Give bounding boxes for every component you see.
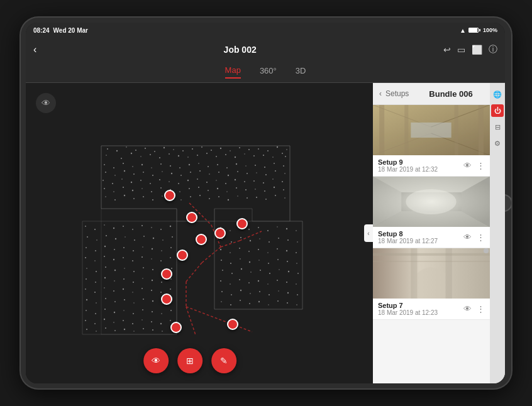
svg-point-265 [278, 238, 279, 239]
svg-point-129 [190, 196, 191, 197]
svg-point-38 [282, 153, 283, 154]
svg-point-319 [277, 300, 279, 302]
setup-7-eye-icon[interactable]: 👁 [463, 304, 472, 314]
tab-360[interactable]: 360° [260, 66, 277, 78]
svg-point-227 [152, 311, 153, 312]
map-overlay-button[interactable]: 👁 [36, 93, 56, 113]
tab-map[interactable]: Map [225, 65, 241, 79]
back-arrow-icon: ‹ [379, 89, 382, 98]
svg-point-175 [132, 260, 133, 261]
setup-8-eye-icon[interactable]: 👁 [463, 233, 472, 242]
svg-point-277 [221, 260, 222, 261]
sidebar-layers-icon[interactable]: ⊟ [491, 121, 504, 133]
svg-point-72 [218, 172, 219, 173]
layers-button[interactable]: ⊞ [177, 348, 202, 373]
svg-point-139 [284, 197, 285, 199]
sidebar-power-icon[interactable]: ⏻ [491, 104, 504, 117]
svg-point-271 [248, 251, 250, 252]
svg-point-303 [296, 283, 297, 285]
location-dot-2[interactable] [186, 212, 197, 223]
location-dot-3[interactable] [196, 234, 207, 245]
svg-point-163 [114, 249, 115, 250]
location-dot-9[interactable] [170, 322, 182, 333]
svg-point-32 [225, 154, 226, 155]
svg-point-12 [220, 148, 221, 149]
svg-point-45 [151, 167, 152, 168]
svg-point-205 [132, 292, 133, 292]
svg-point-143 [113, 228, 114, 229]
setup-9-more-icon[interactable]: ⋮ [477, 161, 485, 170]
share-icon[interactable]: ⬜ [472, 45, 482, 55]
svg-point-108 [179, 191, 180, 192]
svg-point-316 [249, 303, 250, 304]
setup-9-date: 18 Mar 2019 at 12:32 [378, 166, 463, 173]
svg-point-10 [201, 146, 202, 148]
setup-8-date: 18 Mar 2019 at 12:27 [378, 238, 463, 244]
sidebar-globe-icon[interactable]: 🌐 [491, 88, 504, 101]
svg-point-315 [240, 300, 241, 301]
undo-icon[interactable]: ↩ [443, 45, 451, 55]
battery-icon [468, 28, 480, 33]
location-dot-4[interactable] [214, 228, 226, 239]
svg-point-297 [239, 279, 240, 280]
svg-point-17 [267, 150, 269, 151]
info-icon[interactable]: ⓘ [489, 44, 497, 55]
svg-point-149 [170, 226, 171, 227]
panel-collapse-button[interactable]: ‹ [364, 224, 373, 242]
sidebar-settings-icon[interactable]: ⚙ [491, 137, 504, 150]
svg-point-15 [248, 149, 250, 150]
svg-point-269 [230, 252, 231, 253]
back-button[interactable]: ‹ [33, 44, 36, 55]
svg-point-85 [150, 183, 151, 184]
view-button[interactable]: 👁 [143, 348, 169, 373]
svg-point-281 [258, 260, 259, 260]
setup-item-7[interactable]: Setup 7 18 Mar 2019 at 12:23 👁 ⋮ [373, 248, 490, 320]
setup-8-more-icon[interactable]: ⋮ [477, 233, 485, 242]
svg-point-14 [239, 147, 240, 148]
svg-line-341 [186, 307, 252, 332]
tab-3d[interactable]: 3D [296, 66, 306, 78]
setup-item-9[interactable]: Setup 9 18 Mar 2019 at 12:32 👁 ⋮ [373, 105, 490, 177]
svg-point-145 [132, 229, 133, 230]
location-dot-10[interactable] [227, 319, 238, 330]
setup-7-more-icon[interactable]: ⋮ [477, 304, 485, 314]
location-dot-1[interactable] [164, 190, 175, 201]
edit-button[interactable]: ✎ [211, 348, 236, 373]
svg-point-204 [123, 288, 124, 290]
svg-point-318 [268, 304, 269, 305]
svg-point-243 [114, 330, 116, 331]
svg-point-283 [277, 259, 279, 260]
svg-line-338 [186, 263, 202, 282]
svg-point-99 [282, 181, 283, 182]
svg-point-190 [86, 278, 87, 280]
svg-point-161 [95, 250, 96, 251]
svg-point-105 [151, 191, 152, 192]
svg-point-268 [220, 249, 221, 250]
svg-point-51 [208, 166, 209, 167]
location-dot-5[interactable] [236, 218, 248, 229]
svg-line-335 [221, 241, 240, 247]
svg-point-240 [86, 329, 87, 330]
panel-breadcrumb[interactable]: ‹ Setups [379, 89, 409, 98]
layers-icon: ⊞ [186, 356, 194, 366]
location-dot-7[interactable] [161, 268, 172, 280]
svg-rect-349 [379, 105, 384, 155]
setup-9-info: Setup 9 18 Mar 2019 at 12:32 👁 ⋮ [373, 155, 490, 176]
svg-point-50 [198, 163, 199, 164]
svg-point-267 [297, 241, 298, 243]
setup-9-eye-icon[interactable]: 👁 [463, 161, 472, 170]
location-dot-8[interactable] [161, 294, 172, 305]
svg-point-235 [132, 323, 133, 324]
svg-point-28 [187, 156, 189, 158]
svg-point-132 [218, 196, 219, 197]
setup-item-8[interactable]: Setup 8 18 Mar 2019 at 12:27 👁 ⋮ [373, 177, 490, 248]
location-dot-6[interactable] [177, 250, 188, 261]
svg-point-172 [104, 256, 105, 257]
svg-point-4 [145, 148, 146, 149]
film-icon[interactable]: ▭ [457, 45, 465, 55]
svg-point-69 [190, 172, 191, 173]
svg-point-40 [104, 164, 105, 165]
svg-point-82 [121, 178, 123, 180]
svg-rect-350 [479, 105, 484, 155]
svg-point-169 [170, 247, 172, 248]
